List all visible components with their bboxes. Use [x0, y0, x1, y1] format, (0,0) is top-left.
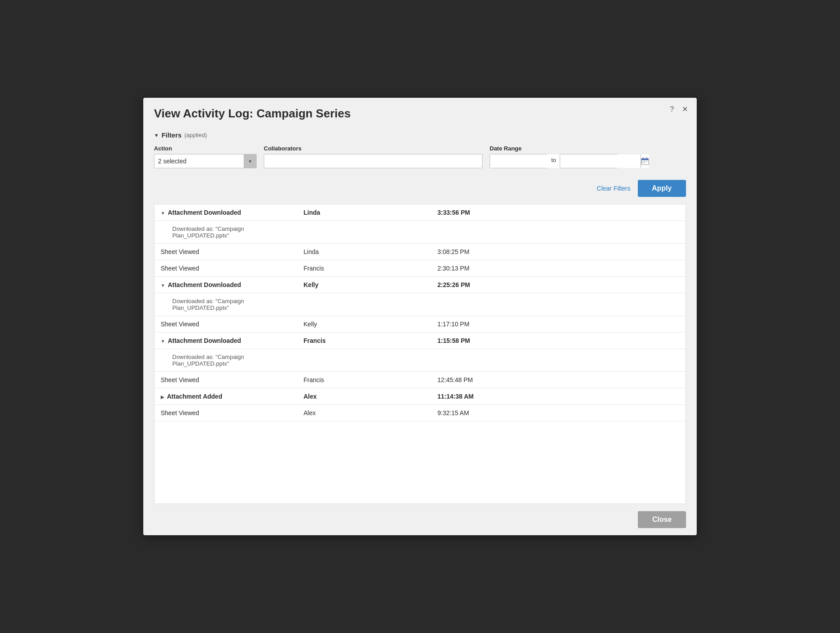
action-text: Sheet Viewed	[161, 376, 199, 383]
action-cell: ▶Attachment Added	[154, 388, 297, 405]
filters-label: Filters	[162, 131, 182, 139]
table-row: ▼Attachment DownloadedFrancis1:15:58 PM	[154, 333, 686, 349]
time-cell: 3:08:25 PM	[431, 244, 686, 260]
action-text: Downloaded as: "Campaign Plan_UPDATED.pp…	[172, 354, 244, 367]
date-range-label: Date Range	[490, 145, 618, 152]
table-row: Sheet ViewedKelly1:17:10 PM	[154, 316, 686, 333]
action-text: Downloaded as: "Campaign Plan_UPDATED.pp…	[172, 298, 244, 311]
help-button[interactable]: ?	[668, 104, 676, 114]
collaborator-cell	[297, 221, 431, 244]
date-range-inputs: to	[490, 154, 618, 168]
time-cell: 1:15:58 PM	[431, 333, 686, 349]
table-row: Sheet ViewedFrancis2:30:13 PM	[154, 260, 686, 277]
filters-applied-label: (applied)	[184, 132, 207, 138]
svg-rect-15	[642, 161, 643, 162]
action-selected-text: 2 selected	[154, 154, 244, 168]
date-to-wrapper	[560, 154, 618, 168]
filters-row: Action 2 selected ▼ Collaborators Date R…	[154, 145, 686, 168]
time-cell: 12:45:48 PM	[431, 372, 686, 388]
action-text: Sheet Viewed	[161, 321, 199, 328]
svg-rect-16	[644, 161, 645, 162]
table-row: Downloaded as: "Campaign Plan_UPDATED.pp…	[154, 221, 686, 244]
collaborator-cell	[297, 349, 431, 372]
collaborator-cell: Francis	[297, 260, 431, 277]
action-text: Attachment Added	[167, 393, 222, 400]
collaborator-cell: Linda	[297, 244, 431, 260]
collaborator-cell: Alex	[297, 388, 431, 405]
collaborator-cell: Linda	[297, 204, 431, 221]
filters-arrow-icon: ▼	[154, 133, 159, 138]
time-cell	[431, 221, 686, 244]
action-cell: Downloaded as: "Campaign Plan_UPDATED.pp…	[154, 293, 297, 316]
table-row: Downloaded as: "Campaign Plan_UPDATED.pp…	[154, 349, 686, 372]
collaborator-cell: Alex	[297, 405, 431, 421]
action-text: Attachment Downloaded	[168, 281, 241, 288]
action-text: Sheet Viewed	[161, 248, 199, 255]
date-to-input[interactable]	[560, 154, 640, 168]
activity-table-body: ▼Attachment DownloadedLinda3:33:56 PMDow…	[154, 204, 686, 421]
svg-rect-19	[644, 162, 645, 163]
calendar-to-icon[interactable]	[640, 154, 649, 168]
collaborator-cell: Kelly	[297, 277, 431, 293]
clear-filters-button[interactable]: Clear Filters	[597, 185, 630, 192]
expand-arrow-icon[interactable]: ▼	[161, 283, 165, 288]
expand-arrow-icon[interactable]: ▶	[161, 395, 164, 400]
svg-rect-12	[641, 159, 649, 160]
action-text: Sheet Viewed	[161, 265, 199, 272]
action-cell: ▼Attachment Downloaded	[154, 333, 297, 349]
svg-rect-17	[646, 161, 647, 162]
action-text: Attachment Downloaded	[168, 337, 241, 344]
date-to-separator: to	[551, 157, 556, 166]
filters-actions: Clear Filters Apply	[143, 175, 697, 204]
collaborators-input[interactable]	[264, 154, 482, 168]
action-dropdown-arrow-icon[interactable]: ▼	[244, 154, 256, 168]
time-cell: 2:30:13 PM	[431, 260, 686, 277]
time-cell	[431, 349, 686, 372]
date-from-wrapper	[490, 154, 548, 168]
activity-table-container: ▼Attachment DownloadedLinda3:33:56 PMDow…	[154, 204, 686, 504]
expand-arrow-icon[interactable]: ▼	[161, 211, 165, 216]
action-cell: Sheet Viewed	[154, 260, 297, 277]
apply-button[interactable]: Apply	[638, 180, 686, 197]
collaborator-cell: Kelly	[297, 316, 431, 333]
modal-close-button[interactable]: ✕	[680, 104, 690, 114]
action-dropdown[interactable]: 2 selected ▼	[154, 154, 257, 168]
modal-controls: ? ✕	[668, 104, 690, 114]
filters-toggle[interactable]: ▼ Filters (applied)	[154, 131, 686, 139]
svg-rect-18	[642, 162, 643, 163]
action-cell: ▼Attachment Downloaded	[154, 277, 297, 293]
date-from-input[interactable]	[490, 154, 570, 168]
table-row: ▼Attachment DownloadedLinda3:33:56 PM	[154, 204, 686, 221]
collaborators-filter-group: Collaborators	[264, 145, 482, 168]
action-text: Attachment Downloaded	[168, 209, 241, 216]
action-filter-group: Action 2 selected ▼	[154, 145, 257, 168]
action-cell: ▼Attachment Downloaded	[154, 204, 297, 221]
time-cell: 2:25:26 PM	[431, 277, 686, 293]
action-cell: Sheet Viewed	[154, 316, 297, 333]
table-row: Sheet ViewedFrancis12:45:48 PM	[154, 372, 686, 388]
time-cell: 1:17:10 PM	[431, 316, 686, 333]
activity-table: ▼Attachment DownloadedLinda3:33:56 PMDow…	[154, 204, 686, 421]
modal-footer: Close	[143, 504, 697, 535]
table-row: ▼Attachment DownloadedKelly2:25:26 PM	[154, 277, 686, 293]
table-row: Sheet ViewedAlex9:32:15 AM	[154, 405, 686, 421]
action-cell: Downloaded as: "Campaign Plan_UPDATED.pp…	[154, 349, 297, 372]
time-cell: 3:33:56 PM	[431, 204, 686, 221]
action-filter-label: Action	[154, 145, 257, 152]
expand-arrow-icon[interactable]: ▼	[161, 339, 165, 344]
action-text: Sheet Viewed	[161, 409, 199, 416]
collaborator-cell: Francis	[297, 333, 431, 349]
table-row: Downloaded as: "Campaign Plan_UPDATED.pp…	[154, 293, 686, 316]
time-cell: 11:14:38 AM	[431, 388, 686, 405]
action-text: Downloaded as: "Campaign Plan_UPDATED.pp…	[172, 225, 244, 239]
close-button[interactable]: Close	[638, 511, 686, 528]
modal-dialog: ? ✕ View Activity Log: Campaign Series ▼…	[143, 98, 697, 535]
action-cell: Sheet Viewed	[154, 405, 297, 421]
action-cell: Sheet Viewed	[154, 372, 297, 388]
collaborator-cell	[297, 293, 431, 316]
time-cell: 9:32:15 AM	[431, 405, 686, 421]
date-range-group: Date Range	[490, 145, 618, 168]
action-cell: Sheet Viewed	[154, 244, 297, 260]
collaborator-cell: Francis	[297, 372, 431, 388]
modal-overlay: ? ✕ View Activity Log: Campaign Series ▼…	[0, 0, 840, 633]
